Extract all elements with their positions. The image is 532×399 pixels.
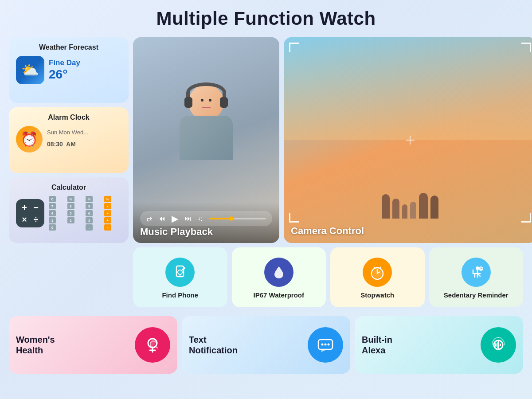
page-title: Multiple Function Watch <box>156 8 376 29</box>
weather-title: Weather Forecast <box>16 43 121 51</box>
womens-health-card: Women'sHealth <box>9 316 177 374</box>
stopwatch-card: Stopwatch <box>330 247 425 307</box>
camera-overlay: Camera Control <box>284 221 532 243</box>
find-phone-icon <box>165 258 195 287</box>
find-phone-label: Find Phone <box>162 291 198 299</box>
music-label: Music Playback <box>140 226 272 238</box>
womens-icon <box>135 327 170 363</box>
stopwatch-label: Stopwatch <box>360 291 394 299</box>
music-card: ⇄ ⏮ ▶ ⏭ ♫ Music Playback <box>133 37 279 243</box>
music-controls[interactable]: ⇄ ⏮ ▶ ⏭ ♫ <box>140 211 272 226</box>
svg-line-12 <box>380 267 381 268</box>
text-notif-icon <box>308 327 343 363</box>
svg-point-26 <box>328 344 330 346</box>
camera-corner-tr <box>521 43 531 52</box>
calculator-icon: + − × ÷ <box>16 199 44 227</box>
play-icon[interactable]: ▶ <box>172 213 178 224</box>
svg-rect-28 <box>495 343 497 347</box>
weather-icon: ⛅ <box>16 56 44 84</box>
calculator-title: Calculator <box>16 184 121 192</box>
camera-crosshair-v <box>410 136 411 145</box>
alarm-icon: ⏰ <box>16 126 43 153</box>
text-notification-card: TextNotification <box>182 316 350 374</box>
alexa-icon <box>481 327 516 363</box>
alexa-card: Built-inAlexa <box>355 316 523 374</box>
svg-point-25 <box>325 344 327 346</box>
waterproof-label: IP67 Waterproof <box>254 291 304 299</box>
camera-card: Camera Control <box>284 37 532 243</box>
alarm-time: 08:30 AM <box>47 136 88 149</box>
sedentary-label: Sedentary Reminder <box>444 291 509 299</box>
alarm-days: Sun Mon Wed... <box>47 129 88 136</box>
stopwatch-icon <box>363 258 392 287</box>
svg-point-3 <box>183 267 185 270</box>
camera-label: Camera Control <box>291 225 529 237</box>
shuffle-icon[interactable]: ⇄ <box>146 215 152 223</box>
svg-point-24 <box>321 344 324 346</box>
music-note-icon: ♫ <box>198 215 203 223</box>
weather-desc: Fine Day <box>49 59 80 67</box>
sedentary-icon <box>462 258 491 287</box>
waterproof-card: IP67 Waterproof <box>232 247 326 307</box>
music-overlay: ⇄ ⏮ ▶ ⏭ ♫ Music Playback <box>133 202 279 243</box>
camera-corner-tl <box>289 43 299 52</box>
womens-label: Women'sHealth <box>16 334 129 356</box>
prev-icon[interactable]: ⏮ <box>158 215 165 223</box>
sedentary-card: Sedentary Reminder <box>429 247 524 307</box>
weather-card: Weather Forecast ⛅ Fine Day 26° <box>9 37 129 103</box>
text-notif-label: TextNotification <box>189 334 301 356</box>
svg-line-22 <box>156 346 157 348</box>
next-icon[interactable]: ⏭ <box>184 215 192 223</box>
music-progress[interactable] <box>209 218 266 219</box>
alexa-label: Built-inAlexa <box>362 334 474 356</box>
waterproof-icon <box>264 258 293 287</box>
svg-point-1 <box>178 270 182 274</box>
calculator-card: Calculator + − × ÷ C%%% 789× 456− 123+ 0… <box>9 177 129 243</box>
alarm-title: Alarm Clock <box>16 113 121 121</box>
svg-rect-30 <box>500 344 501 346</box>
weather-temp: 26° <box>49 67 67 82</box>
svg-line-11 <box>374 267 375 268</box>
svg-rect-29 <box>497 342 499 348</box>
find-phone-card: Find Phone <box>133 247 227 307</box>
calculator-mini-grid: C%%% 789× 456− 123+ 0.= <box>49 196 121 231</box>
alarm-card: Alarm Clock ⏰ Sun Mon Wed... 08:30 AM <box>9 107 129 173</box>
